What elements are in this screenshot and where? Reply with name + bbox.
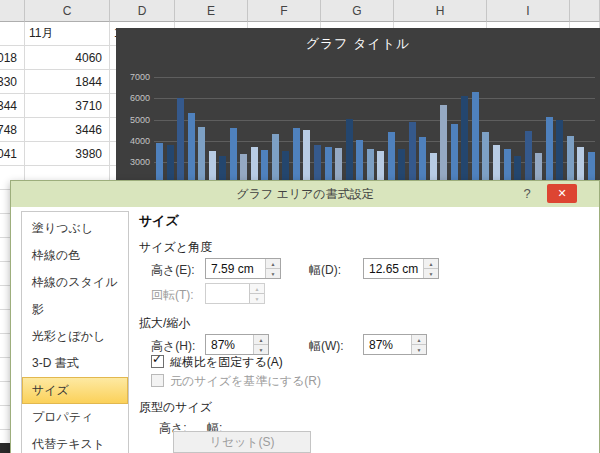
- column-header-C[interactable]: C: [25, 0, 110, 22]
- spin-up-icon[interactable]: ▲: [266, 259, 280, 269]
- chart-bar[interactable]: [461, 96, 468, 180]
- chart-bar[interactable]: [493, 145, 500, 180]
- chart-bar[interactable]: [272, 134, 279, 180]
- chart-bar[interactable]: [177, 98, 184, 180]
- column-header-G[interactable]: G: [321, 0, 394, 22]
- cell[interactable]: 1844: [25, 70, 110, 94]
- chart-bar[interactable]: [156, 143, 163, 180]
- scale-height-spinner[interactable]: 87% ▲▼: [205, 334, 269, 355]
- column-header-F[interactable]: F: [248, 0, 321, 22]
- chart-bar[interactable]: [567, 136, 574, 180]
- check-icon: ✓: [152, 352, 162, 366]
- chart-bar[interactable]: [325, 147, 332, 180]
- y-axis-tick-label[interactable]: 5000: [118, 115, 150, 125]
- chart-bar[interactable]: [303, 130, 310, 180]
- size-rotate-section-label: サイズと角度: [139, 239, 212, 256]
- size-panel: サイズ サイズと角度 高さ(E): 7.59 cm ▲▼ 幅(D): 12.65…: [11, 181, 599, 453]
- chart-bar[interactable]: [588, 152, 595, 180]
- chart-bar[interactable]: [398, 149, 405, 180]
- y-axis-tick-label[interactable]: 6000: [118, 93, 150, 103]
- chart-bar[interactable]: [335, 148, 342, 180]
- chart-bar[interactable]: [482, 132, 489, 180]
- column-header-E[interactable]: E: [175, 0, 248, 22]
- chart-bar[interactable]: [188, 113, 195, 180]
- chart-bar[interactable]: [282, 151, 289, 180]
- spinner-arrows: ▲▼: [249, 284, 264, 303]
- chart-bar[interactable]: [251, 147, 258, 180]
- height-label: 高さ(E):: [151, 262, 195, 279]
- width-value[interactable]: 12.65 cm: [369, 262, 418, 276]
- rotation-spinner: ▲▼: [205, 283, 265, 304]
- cell[interactable]: 4060: [25, 46, 110, 70]
- chart-bar[interactable]: [377, 151, 384, 180]
- chart-bar[interactable]: [409, 122, 416, 180]
- chart-bar[interactable]: [198, 127, 205, 180]
- cell[interactable]: 330: [0, 70, 25, 94]
- chart-bars: [156, 68, 595, 180]
- chart-bar[interactable]: [240, 154, 247, 180]
- lock-aspect-label[interactable]: 縦横比を固定する(A): [170, 354, 283, 371]
- column-header-D[interactable]: D: [110, 0, 175, 22]
- chart-bar[interactable]: [472, 92, 479, 180]
- chart-bar[interactable]: [230, 128, 237, 180]
- cell[interactable]: 041: [0, 142, 25, 166]
- chart-bar[interactable]: [209, 151, 216, 180]
- spin-down-icon[interactable]: ▼: [412, 345, 426, 354]
- partial-dark-cell: [0, 443, 10, 453]
- height-spinner[interactable]: 7.59 cm ▲▼: [205, 258, 281, 279]
- chart-bar[interactable]: [546, 117, 553, 180]
- chart-bar[interactable]: [367, 149, 374, 180]
- chart-bar[interactable]: [219, 156, 226, 180]
- spinner-arrows: ▲▼: [265, 259, 280, 278]
- spin-up-icon[interactable]: ▲: [412, 335, 426, 345]
- chart-bar[interactable]: [451, 124, 458, 180]
- spin-down-icon[interactable]: ▼: [424, 269, 438, 278]
- spin-down-icon[interactable]: ▼: [254, 345, 268, 354]
- chart-bar[interactable]: [556, 120, 563, 180]
- cell[interactable]: 3446: [25, 118, 110, 142]
- chart-bar[interactable]: [514, 156, 521, 180]
- chart-bar[interactable]: [430, 153, 437, 180]
- height-value[interactable]: 7.59 cm: [211, 262, 254, 276]
- cell[interactable]: 018: [0, 46, 25, 70]
- chart-bar[interactable]: [356, 140, 363, 180]
- spin-down-icon[interactable]: ▼: [266, 269, 280, 278]
- scale-height-value[interactable]: 87%: [211, 338, 235, 352]
- chart-area[interactable]: グラフ タイトル 70006000500040003000: [116, 28, 600, 180]
- y-axis-tick-label[interactable]: 4000: [118, 136, 150, 146]
- y-axis-tick-label[interactable]: 3000: [118, 157, 150, 167]
- chart-bar[interactable]: [261, 150, 268, 180]
- chart-bar[interactable]: [440, 105, 447, 180]
- chart-bar[interactable]: [525, 131, 532, 180]
- column-header-H[interactable]: H: [394, 0, 487, 22]
- cell[interactable]: 3980: [25, 142, 110, 166]
- cell[interactable]: 3710: [25, 94, 110, 118]
- lock-aspect-checkbox[interactable]: ✓: [151, 355, 164, 368]
- cell[interactable]: [0, 22, 25, 46]
- scale-width-value[interactable]: 87%: [369, 338, 393, 352]
- spin-up-icon[interactable]: ▲: [424, 259, 438, 269]
- width-spinner[interactable]: 12.65 cm ▲▼: [363, 258, 439, 279]
- excel-window: CDEFGHI 11月12月01840603301844344371074834…: [0, 0, 600, 453]
- column-header[interactable]: [570, 0, 600, 22]
- chart-bar[interactable]: [388, 132, 395, 180]
- chart-bar[interactable]: [293, 128, 300, 180]
- panel-heading: サイズ: [139, 212, 179, 230]
- original-size-section-label: 原型のサイズ: [139, 399, 212, 416]
- chart-bar[interactable]: [577, 147, 584, 180]
- scale-width-spinner[interactable]: 87% ▲▼: [363, 334, 427, 355]
- chart-bar[interactable]: [535, 153, 542, 180]
- cell[interactable]: 344: [0, 94, 25, 118]
- column-header-I[interactable]: I: [487, 0, 570, 22]
- chart-bar[interactable]: [504, 149, 511, 180]
- spin-up-icon[interactable]: ▲: [254, 335, 268, 345]
- chart-bar[interactable]: [314, 145, 321, 180]
- cell[interactable]: 748: [0, 118, 25, 142]
- chart-title[interactable]: グラフ タイトル: [116, 35, 600, 53]
- column-header[interactable]: [0, 0, 25, 22]
- cell[interactable]: 11月: [25, 22, 110, 46]
- chart-bar[interactable]: [419, 137, 426, 180]
- chart-bar[interactable]: [167, 145, 174, 180]
- y-axis-tick-label[interactable]: 7000: [118, 72, 150, 82]
- chart-bar[interactable]: [346, 119, 353, 180]
